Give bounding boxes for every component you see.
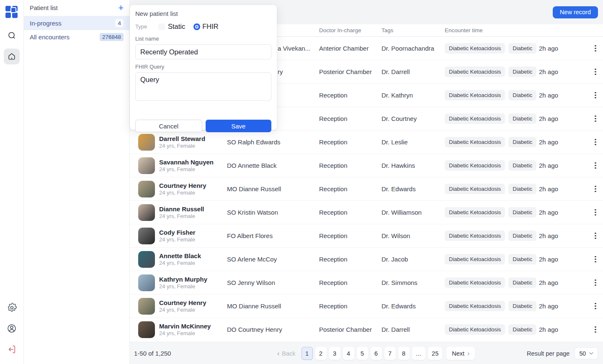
home-icon[interactable]	[4, 49, 20, 64]
row-menu-kebab-icon[interactable]	[590, 44, 600, 54]
per-page-select[interactable]: 50	[575, 347, 598, 359]
page-button-25[interactable]: 25	[428, 347, 442, 360]
doctor-in-charge-cell: Dr. Poornachandra	[381, 45, 445, 52]
chevron-down-icon	[589, 352, 593, 355]
patient-meta: 24 yrs, Female	[159, 283, 227, 290]
add-list-button[interactable]: +	[118, 3, 124, 13]
row-menu-kebab-icon[interactable]	[590, 114, 600, 124]
row-menu-kebab-icon[interactable]	[590, 67, 600, 77]
app-logo-icon[interactable]	[5, 6, 18, 18]
row-menu-kebab-icon[interactable]	[590, 254, 600, 264]
encounter-time-cell: 2h ago	[539, 45, 583, 52]
tag-pill: Diabetic	[508, 184, 536, 194]
table-row[interactable]: Courtney Henry24 yrs, FemaleMO Dianne Ru…	[130, 177, 603, 201]
row-menu-kebab-icon[interactable]	[590, 90, 600, 100]
current-location-cell: Reception	[319, 302, 381, 310]
tag-pill: Diabetic	[508, 324, 536, 335]
patient-meta: 24 yrs, Female	[159, 307, 227, 313]
page-button-4[interactable]: 4	[343, 347, 354, 360]
count-badge: 276848	[100, 33, 124, 41]
page-button-3[interactable]: 3	[329, 347, 340, 360]
table-row[interactable]: Annette Black24 yrs, FemaleSO Arlene McC…	[130, 248, 603, 271]
current-location-cell: Reception	[319, 185, 381, 192]
tag-pill: Diabetic Ketoacidosis	[445, 277, 505, 288]
page-button-7[interactable]: 7	[384, 347, 396, 360]
list-name-input[interactable]	[135, 44, 271, 59]
table-row[interactable]: Marvin McKinney24 yrs, FemaleDO Courtney…	[130, 318, 603, 341]
doctor-in-charge-cell: Dr. Leslie	[381, 138, 445, 146]
row-menu-kebab-icon[interactable]	[590, 325, 600, 335]
encounter-time-cell: 2h ago	[539, 162, 583, 169]
patient-name-cell: Marvin McKinney24 yrs, Female	[159, 323, 227, 337]
patient-avatar	[138, 251, 155, 268]
row-menu-kebab-icon[interactable]	[590, 278, 600, 288]
encounter-time-cell: 2h ago	[539, 209, 583, 216]
doctor-in-charge-cell: Dr. Williamson	[381, 209, 445, 216]
fhir-query-textarea[interactable]	[135, 72, 271, 101]
table-row[interactable]: Dianne Russell24 yrs, FemaleSO Kristin W…	[130, 201, 603, 224]
table-row[interactable]: Darrell Steward24 yrs, FemaleSO Ralph Ed…	[130, 131, 603, 154]
static-option-label[interactable]: Static	[168, 23, 185, 31]
current-location-cell: Reception	[319, 162, 381, 169]
settings-gear-icon[interactable]	[4, 300, 20, 315]
patient-name: Dianne Russell	[159, 205, 227, 213]
assigned-staff-cell: SO Ralph Edwards	[227, 138, 319, 146]
tag-pill: Diabetic	[508, 113, 536, 124]
fhir-option-label[interactable]: FHIR	[202, 23, 219, 31]
cancel-button[interactable]: Cancel	[135, 120, 202, 132]
patient-avatar	[138, 274, 155, 291]
row-menu-kebab-icon[interactable]	[590, 184, 600, 194]
patient-name-cell: Savannah Nguyen24 yrs, Female	[159, 159, 227, 173]
row-menu-kebab-icon[interactable]	[590, 231, 600, 241]
patient-avatar	[138, 181, 155, 197]
modal-actions: Cancel Save	[135, 120, 271, 132]
tag-pill: Diabetic	[508, 301, 536, 311]
logout-icon[interactable]	[4, 341, 20, 357]
fhir-radio[interactable]	[193, 23, 200, 30]
table-row[interactable]: Cody Fisher24 yrs, FemaleFO Albert Flore…	[130, 224, 603, 248]
tag-pill: Diabetic	[508, 43, 536, 54]
table-row[interactable]: Kathryn Murphy24 yrs, FemaleSO Jenny Wil…	[130, 271, 603, 295]
back-button[interactable]: ‹ Back	[277, 350, 296, 357]
per-page-label: Result per page	[527, 350, 570, 357]
logo-square	[12, 13, 18, 18]
patient-meta: 24 yrs, Female	[159, 330, 227, 336]
header-encounter-time: Encounter time	[445, 27, 583, 33]
table-row[interactable]: Courtney Henry24 yrs, FemaleMO Dianne Ru…	[130, 295, 603, 318]
static-checkbox[interactable]	[158, 23, 165, 30]
table-row[interactable]: Savannah Nguyen24 yrs, FemaleDO Annette …	[130, 154, 603, 177]
chevron-right-icon: ›	[467, 350, 469, 357]
encounter-time-cell: 2h ago	[539, 185, 583, 192]
current-location-cell: Posterior Chamber	[319, 68, 381, 75]
tag-pill: Diabetic	[508, 254, 536, 264]
row-menu-kebab-icon[interactable]	[590, 301, 600, 311]
search-icon[interactable]	[4, 28, 20, 44]
pager: ‹ Back 12345678…25Next›	[277, 347, 475, 360]
encounter-time-cell: 2h ago	[539, 279, 583, 286]
page-button-1[interactable]: 1	[302, 347, 313, 360]
page-button-2[interactable]: 2	[315, 347, 327, 360]
encounter-time-cell: 2h ago	[539, 115, 583, 122]
per-page-control: Result per page 50	[527, 347, 598, 359]
sidebar-item-in-progress[interactable]: In-progress4	[24, 16, 129, 30]
row-menu-kebab-icon[interactable]	[590, 208, 600, 218]
page-button-5[interactable]: 5	[357, 347, 368, 360]
tag-pill: Diabetic	[508, 277, 536, 288]
current-location-cell: Reception	[319, 232, 381, 239]
page-button-8[interactable]: 8	[398, 347, 410, 360]
page-button-6[interactable]: 6	[371, 347, 382, 360]
tags-cell: Diabetic KetoacidosisDiabetic	[445, 90, 539, 100]
next-button[interactable]: Next›	[446, 347, 475, 360]
patient-meta: 24 yrs, Female	[159, 260, 227, 266]
patient-name-cell: Annette Black24 yrs, Female	[159, 252, 227, 267]
page-ellipsis-button[interactable]: …	[412, 347, 426, 360]
save-button[interactable]: Save	[206, 120, 272, 132]
row-menu-kebab-icon[interactable]	[590, 161, 600, 171]
row-menu-kebab-icon[interactable]	[590, 137, 600, 147]
account-icon[interactable]	[4, 320, 20, 336]
patient-name-cell: Darrell Steward24 yrs, Female	[159, 135, 227, 149]
sidebar-item-all-encounters[interactable]: All encounters276848	[24, 30, 129, 44]
list-name-label: List name	[135, 36, 271, 42]
new-record-button[interactable]: New record	[553, 6, 598, 18]
current-location-cell: Reception	[319, 209, 381, 216]
